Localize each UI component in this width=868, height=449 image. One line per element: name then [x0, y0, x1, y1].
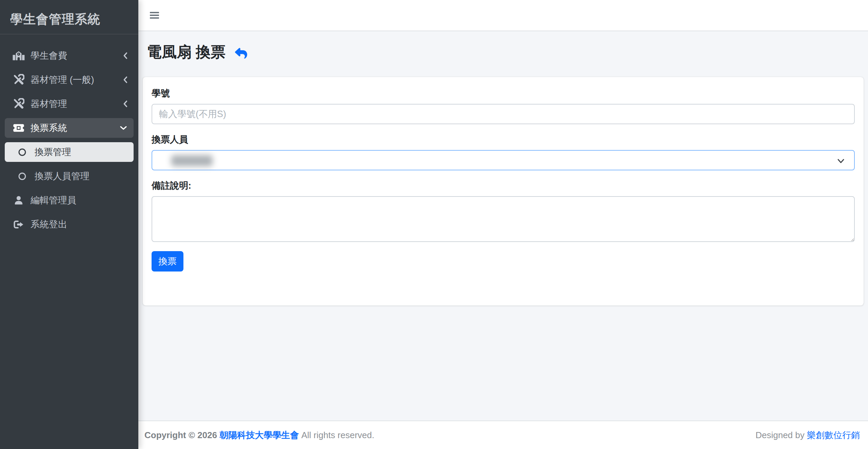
- sidebar: 學生會管理系統 學生會費: [0, 0, 138, 449]
- sidebar-item-label: 器材管理: [31, 98, 67, 110]
- circle-icon: [17, 148, 27, 156]
- sidebar-item-label: 器材管理 (一般): [31, 74, 94, 86]
- page-title: 電風扇 換票: [147, 42, 225, 62]
- sidebar-item-label: 換票人員管理: [35, 170, 90, 182]
- staff-group: 換票人員: [152, 133, 855, 170]
- exchange-submit-button[interactable]: 換票: [152, 251, 183, 272]
- note-label: 備註說明:: [152, 180, 855, 192]
- sidebar-item-label: 換票管理: [35, 146, 71, 158]
- main-area: 電風扇 換票 學號 換票人員: [138, 0, 868, 449]
- sidebar-nav: 學生會費 器材管理 (一般): [0, 34, 138, 239]
- copyright-suffix: All rights reserved.: [301, 430, 374, 440]
- staff-select[interactable]: [152, 150, 855, 170]
- ticket-exchange-card: 學號 換票人員 備註說明:: [143, 77, 864, 305]
- sidebar-item-equipment-general[interactable]: 器材管理 (一般): [5, 70, 134, 90]
- org-link[interactable]: 朝陽科技大學學生會: [219, 430, 299, 440]
- redacted-value: [171, 155, 213, 166]
- copyright-text: Copyright © 2026 朝陽科技大學學生會 All rights re…: [144, 429, 374, 441]
- brand-title[interactable]: 學生會管理系統: [0, 0, 138, 34]
- sidebar-item-equipment[interactable]: 器材管理: [5, 94, 134, 114]
- tools-icon: [12, 98, 26, 110]
- student-id-group: 學號: [152, 87, 855, 124]
- chevron-left-icon: [123, 100, 127, 108]
- ticket-icon: [12, 123, 26, 133]
- designed-by-text: Designed by 樂創數位行銷: [755, 429, 860, 441]
- circle-icon: [17, 172, 27, 181]
- note-textarea[interactable]: [152, 196, 855, 242]
- sidebar-item-student-fee[interactable]: 學生會費: [5, 46, 134, 66]
- chevron-left-icon: [123, 52, 127, 60]
- app-window: 學生會管理系統 學生會費: [0, 0, 868, 449]
- chevron-down-icon: [836, 156, 845, 167]
- top-navbar: [138, 0, 868, 31]
- user-icon: [12, 195, 26, 205]
- sidebar-item-edit-admin[interactable]: 編輯管理員: [5, 190, 134, 210]
- back-button[interactable]: [234, 47, 248, 59]
- copyright-prefix: Copyright © 2026: [144, 430, 217, 440]
- sidebar-item-label: 編輯管理員: [31, 194, 76, 206]
- sidebar-item-ticket-system[interactable]: 換票系統: [5, 118, 134, 138]
- designed-by-label: Designed by: [755, 430, 805, 440]
- tools-icon: [12, 74, 26, 86]
- sidebar-item-ticket-manage[interactable]: 換票管理: [5, 142, 134, 162]
- school-icon: [12, 50, 26, 61]
- sidebar-item-label: 系統登出: [31, 218, 67, 230]
- signout-icon: [12, 220, 26, 229]
- page-header: 電風扇 換票: [143, 31, 864, 62]
- sidebar-item-label: 學生會費: [31, 50, 67, 62]
- chevron-down-icon: [119, 126, 127, 130]
- footer: Copyright © 2026 朝陽科技大學學生會 All rights re…: [138, 420, 868, 449]
- content-wrapper: 電風扇 換票 學號 換票人員: [138, 31, 868, 420]
- student-id-input[interactable]: [152, 104, 855, 124]
- chevron-left-icon: [123, 76, 127, 84]
- hamburger-icon[interactable]: [148, 10, 161, 21]
- reply-icon: [234, 47, 248, 59]
- sidebar-item-ticket-staff-manage[interactable]: 換票人員管理: [5, 166, 134, 186]
- staff-label: 換票人員: [152, 133, 855, 146]
- note-group: 備註說明:: [152, 180, 855, 242]
- student-id-label: 學號: [152, 87, 855, 99]
- ticket-exchange-form: 學號 換票人員 備註說明:: [152, 87, 855, 272]
- sidebar-item-label: 換票系統: [31, 122, 67, 134]
- sidebar-item-logout[interactable]: 系統登出: [5, 214, 134, 234]
- designer-link[interactable]: 樂創數位行銷: [807, 430, 860, 440]
